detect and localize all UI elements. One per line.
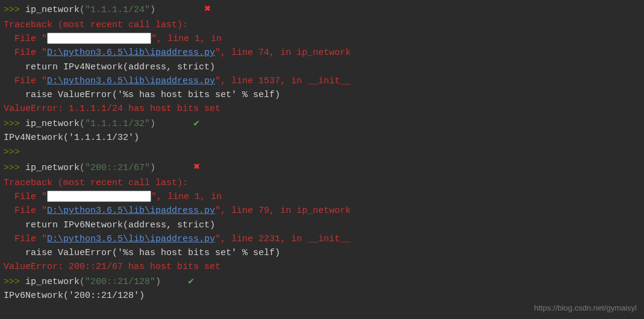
repl-output: IPv4Network('1.1.1.1/32') (4, 131, 640, 145)
prompt: >>> (4, 163, 20, 173)
repl-output: IPv6Network('200::21/128') (4, 289, 640, 303)
traceback-code: raise ValueError('%s has host bits set' … (4, 246, 640, 260)
terminal-output: >>> ip_network("1.1.1.1/24") ✖Traceback … (4, 1, 640, 303)
repl-input-line: >>> ip_network("1.1.1.1/32") ✔ (4, 116, 640, 131)
cross-icon: ✖ (193, 159, 200, 176)
error-line: ValueError: 1.1.1.1/24 has host bits set (4, 102, 640, 116)
repl-input-line: >>> ip_network("1.1.1.1/24") ✖ (4, 1, 640, 18)
watermark-text: https://blog.csdn.net/gymaisyl (534, 302, 637, 314)
check-icon: ✔ (193, 116, 199, 131)
traceback-frame: File "", line 1, in (4, 32, 640, 46)
repl-input-line: >>> ip_network("200::21/67") ✖ (4, 159, 640, 176)
repl-input-line: >>> (4, 145, 640, 159)
traceback-frame: File "D:\python3.6.5\lib\ipaddress.py", … (4, 46, 640, 60)
prompt: >>> (4, 119, 20, 129)
check-icon: ✔ (188, 274, 194, 289)
traceback-header: Traceback (most recent call last): (4, 18, 640, 32)
traceback-frame: File "D:\python3.6.5\lib\ipaddress.py", … (4, 204, 640, 218)
file-path-link[interactable]: D:\python3.6.5\lib\ipaddress.py (47, 234, 215, 244)
file-path-link[interactable]: D:\python3.6.5\lib\ipaddress.py (47, 48, 215, 58)
prompt: >>> (4, 5, 20, 15)
prompt: >>> (4, 277, 20, 287)
traceback-code: return IPv6Network(address, strict) (4, 218, 640, 232)
error-line: ValueError: 200::21/67 has host bits set (4, 260, 640, 274)
traceback-code: raise ValueError('%s has host bits set' … (4, 88, 640, 102)
traceback-header: Traceback (most recent call last): (4, 176, 640, 190)
prompt: >>> (4, 147, 20, 157)
traceback-frame: File "D:\python3.6.5\lib\ipaddress.py", … (4, 232, 640, 246)
file-path-link[interactable]: D:\python3.6.5\lib\ipaddress.py (47, 76, 215, 86)
file-path-link[interactable]: D:\python3.6.5\lib\ipaddress.py (47, 206, 215, 216)
traceback-frame: File "", line 1, in (4, 190, 640, 204)
traceback-frame: File "D:\python3.6.5\lib\ipaddress.py", … (4, 74, 640, 88)
repl-input-line: >>> ip_network("200::21/128") ✔ (4, 274, 640, 289)
cross-icon: ✖ (204, 1, 211, 18)
traceback-code: return IPv4Network(address, strict) (4, 60, 640, 74)
